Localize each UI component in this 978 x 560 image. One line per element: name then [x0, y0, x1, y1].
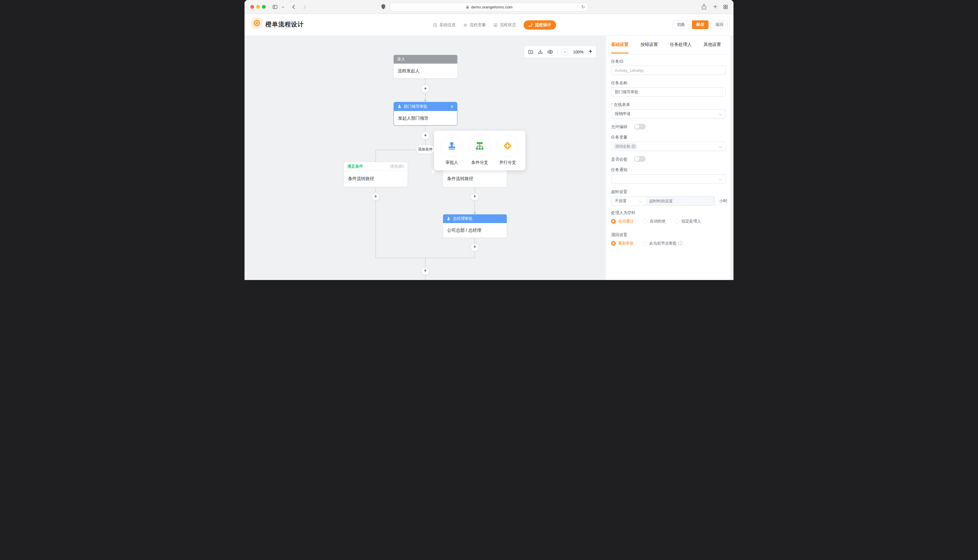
node-dept-body: 发起人部门领导: [394, 111, 457, 125]
popup-item-condition-branch[interactable]: 条件分支: [466, 135, 494, 165]
zoom-out-button[interactable]: −: [562, 49, 568, 55]
notify-label: 任务通知: [611, 167, 627, 173]
node-condition-left[interactable]: 满足条件 优先级1 条件流转路径: [344, 162, 408, 187]
add-node-button[interactable]: [421, 85, 430, 93]
timeout-value-input[interactable]: [646, 197, 715, 206]
add-condition-button[interactable]: 添加条件: [416, 145, 434, 153]
info-icon[interactable]: !: [678, 242, 682, 245]
switch-button[interactable]: 切换: [673, 20, 689, 29]
node-condition-left-header: 满足条件 优先级1: [344, 162, 408, 171]
safari-window: demo.orangeforms.com ↻ 橙单流程设计 基础信息 流程变量: [244, 0, 734, 280]
task-id-label: 任务ID: [611, 59, 623, 64]
task-vars-select[interactable]: 报销金额 ✕: [611, 142, 726, 151]
popup-item-approver[interactable]: 审批人: [438, 135, 466, 165]
zoom-level: 100%: [572, 50, 585, 54]
timeout-unit: 小时: [719, 198, 727, 203]
approver-icon: [446, 217, 451, 221]
online-form-select[interactable]: 报销申请: [611, 109, 726, 118]
node-dept-header: 部门领导审批 ✕: [394, 102, 457, 111]
flow-canvas[interactable]: 录入 流程发起人 部门领导审批 ✕ 发起人部门领导 满足条件 优先级1 条件流转…: [244, 36, 605, 280]
notify-select[interactable]: [611, 174, 726, 183]
task-name-label: 任务名称: [611, 80, 627, 86]
radio-auto-approve[interactable]: [611, 219, 616, 223]
popup-item-parallel-branch[interactable]: 并行分支: [494, 135, 522, 165]
online-form-label: *在线表单: [611, 102, 630, 107]
timeout-label: 超时设置: [611, 189, 627, 195]
app-header: 橙单流程设计 基础信息 流程变量 流程状态 流程设计 切换 保存 返回: [244, 14, 734, 36]
tab-task-handler[interactable]: 任务处理人: [670, 42, 692, 47]
zoom-window-button[interactable]: [262, 5, 266, 9]
reject-radio-group: 重新审批 从当前节点审批 !: [611, 241, 682, 246]
add-node-button[interactable]: [471, 243, 479, 251]
node-gm-header: 总经理审批: [443, 214, 507, 223]
close-window-button[interactable]: [250, 5, 254, 9]
connector: [425, 125, 426, 132]
panel-tab-bar: 基础设置 按钮设置 任务处理人 其他设置: [611, 42, 721, 47]
panel-scrollbar[interactable]: [731, 36, 734, 280]
remove-tag-icon[interactable]: ✕: [632, 144, 635, 148]
minimize-window-button[interactable]: [256, 5, 260, 9]
new-tab-icon[interactable]: [712, 4, 718, 10]
tab-basic-settings[interactable]: 基础设置: [611, 42, 629, 47]
chevron-down-icon[interactable]: [281, 5, 284, 9]
privacy-shield-icon[interactable]: [381, 4, 386, 10]
add-node-button[interactable]: [421, 132, 430, 140]
tab-other-settings[interactable]: 其他设置: [704, 42, 721, 47]
connector: [475, 238, 475, 243]
sidebar-icon[interactable]: [272, 4, 278, 10]
save-button[interactable]: 保存: [692, 20, 709, 29]
popup-arrow: [431, 169, 434, 174]
tab-process-design[interactable]: 流程设计: [523, 20, 556, 30]
zoom-in-button[interactable]: +: [589, 48, 592, 55]
radio-auto-reject[interactable]: [643, 219, 647, 223]
forward-icon[interactable]: [301, 4, 307, 10]
timeout-mode-select[interactable]: 不设置: [611, 197, 646, 206]
countersign-toggle[interactable]: [634, 156, 646, 162]
chevron-down-icon: [639, 199, 642, 202]
node-gm-approval[interactable]: 总经理审批 公司总部 / 总经理: [443, 214, 507, 238]
radio-reapprove[interactable]: [611, 241, 616, 246]
connector-arrow: [473, 212, 476, 214]
tab-process-variables[interactable]: 流程变量: [463, 20, 486, 30]
import-folder-icon[interactable]: [528, 49, 533, 55]
add-node-button[interactable]: [371, 193, 379, 201]
header-tab-group: 基础信息 流程变量 流程状态 流程设计: [433, 20, 556, 30]
node-gm-body: 公司总部 / 总经理: [443, 223, 507, 238]
back-icon[interactable]: [291, 4, 297, 10]
connector-arrow: [424, 100, 427, 102]
close-icon[interactable]: ✕: [450, 104, 453, 109]
radio-from-current-node[interactable]: [642, 241, 647, 246]
settings-panel: 基础设置 按钮设置 任务处理人 其他设置 任务ID 任务名称 *在线表单 报销申…: [605, 36, 734, 280]
panel-divider: [605, 54, 731, 55]
node-start[interactable]: 录入 流程发起人: [394, 55, 457, 78]
parallel-branch-icon: [497, 135, 519, 157]
node-dept-approval[interactable]: 部门领导审批 ✕ 发起人部门领导: [394, 102, 457, 125]
add-node-button[interactable]: [421, 267, 430, 275]
allow-edit-toggle[interactable]: [634, 124, 646, 130]
share-icon[interactable]: [701, 4, 707, 10]
radio-assign-handler[interactable]: [674, 219, 679, 223]
add-node-button[interactable]: [471, 193, 479, 201]
download-icon[interactable]: [538, 49, 543, 55]
reload-icon[interactable]: ↻: [581, 4, 585, 10]
preview-eye-icon[interactable]: [547, 49, 553, 55]
task-name-input[interactable]: [611, 87, 726, 97]
tab-button-settings[interactable]: 按钮设置: [640, 42, 658, 47]
lock-icon: [466, 5, 469, 9]
address-bar[interactable]: demo.orangeforms.com ↻: [390, 3, 588, 11]
tab-process-status[interactable]: 流程状态: [493, 20, 516, 30]
connector: [425, 93, 426, 100]
tab-overview-icon[interactable]: [723, 4, 728, 10]
empty-handler-radio-group: 自动通过 自动拒绝 指定处理人: [611, 219, 701, 224]
node-condition-left-body: 条件流转路径: [344, 171, 408, 187]
chevron-down-icon: [719, 145, 722, 148]
task-id-input[interactable]: [611, 66, 726, 75]
connector: [425, 78, 426, 85]
page-title: 橙单流程设计: [266, 20, 304, 28]
condition-branch-icon: [469, 135, 491, 157]
priority-badge: 优先级1: [390, 164, 404, 169]
approver-stamp-icon: [441, 135, 463, 157]
tab-basic-info[interactable]: 基础信息: [433, 20, 456, 30]
node-type-popup: 审批人 条件分支 并行分支: [434, 131, 525, 170]
return-button[interactable]: 返回: [711, 20, 728, 29]
